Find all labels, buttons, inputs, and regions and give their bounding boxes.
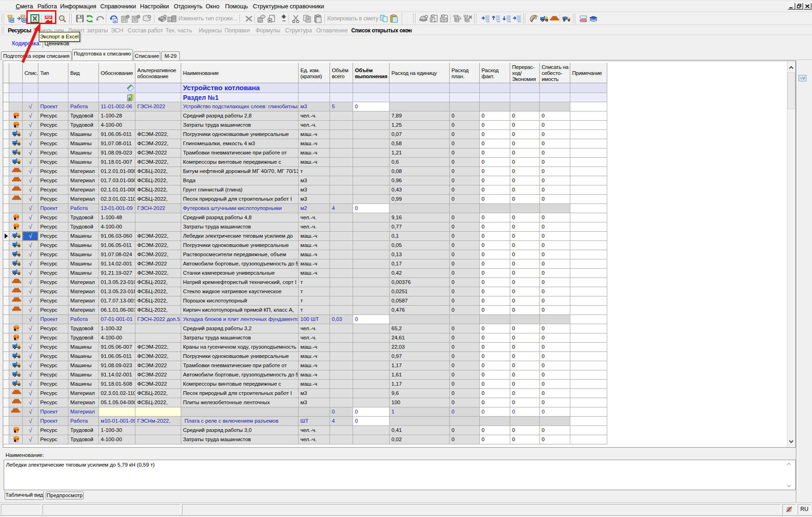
svg-text:p: p <box>128 96 131 101</box>
svg-text:ПР: ПР <box>441 18 446 22</box>
svg-text:+: + <box>269 18 271 23</box>
svg-text:x: x <box>114 18 116 23</box>
svg-text:P: P <box>431 18 433 22</box>
